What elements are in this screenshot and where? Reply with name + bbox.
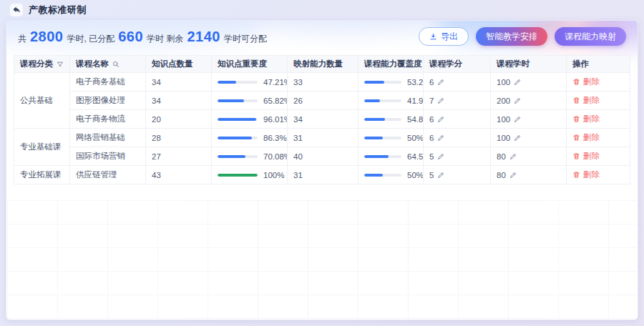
category-cell: 专业基础课 (14, 129, 70, 166)
delete-button[interactable]: 删除 (572, 132, 600, 143)
hours-cell: 200 (491, 92, 567, 110)
delete-button[interactable]: 删除 (572, 76, 600, 87)
coverage-value: 64.52% (407, 152, 424, 161)
remaining-hours-value: 2140 (187, 29, 220, 45)
edit-hours-icon[interactable] (509, 152, 517, 160)
importance-progress: 47.21% (218, 78, 281, 87)
importance-progress: 86.3% (218, 134, 281, 142)
coverage-value: 50% (407, 171, 424, 179)
credits-cell: 5 (424, 147, 491, 166)
credits-cell: 7 (424, 92, 491, 110)
capability-map-button[interactable]: 课程能力映射 (555, 27, 626, 46)
delete-label: 删除 (583, 169, 600, 180)
knowledge-count-cell: 28 (146, 129, 212, 147)
knowledge-count-cell: 27 (146, 147, 212, 166)
table-row: 公共基础电子商务基础3447.21%3353.23%6100删除 (14, 73, 630, 92)
knowledge-count-cell: 34 (146, 92, 212, 110)
col-course-name: 课程名称 (70, 56, 146, 73)
hours-value: 80 (497, 152, 506, 161)
edit-credits-icon[interactable] (437, 134, 445, 142)
actions-cell: 删除 (567, 166, 630, 184)
credits-cell: 6 (424, 110, 491, 129)
edit-hours-icon[interactable] (514, 115, 522, 123)
course-name: 图形图像处理 (76, 96, 125, 104)
table-row: 电子商务物流2096.01%3454.84%6100删除 (14, 110, 630, 129)
back-icon[interactable] (10, 4, 23, 16)
credits-value: 6 (429, 78, 434, 87)
table-header-row: 课程分类 课程名称 知识点数量 知识点重要度 映射能力数量 (14, 56, 630, 73)
progress-fill (218, 81, 236, 84)
export-button[interactable]: 导出 (419, 27, 469, 46)
edit-credits-icon[interactable] (437, 97, 445, 104)
importance-value: 96.01% (263, 115, 288, 124)
progress-track (364, 81, 401, 84)
edit-credits-icon[interactable] (437, 171, 445, 179)
search-icon[interactable] (112, 61, 119, 68)
importance-cell: 70.08% (212, 147, 288, 166)
actions-cell: 删除 (567, 92, 630, 110)
empty-grid-area (7, 199, 637, 319)
edit-hours-icon[interactable] (514, 78, 522, 86)
stats-text: 学时, 已分配 (67, 33, 115, 45)
stats-toolbar-row: 共 2800 学时, 已分配 660 学时 剩余 2140 学时可分配 导出 智… (6, 21, 638, 51)
download-icon (429, 33, 437, 41)
edit-hours-icon[interactable] (514, 134, 522, 142)
table-row: 专业基础课网络营销基础2886.3%3150%6100删除 (14, 129, 630, 147)
filter-icon[interactable] (57, 61, 64, 68)
progress-fill (364, 137, 383, 139)
course-name-cell: 电子商务基础 (70, 73, 146, 92)
table-row: 国际市场营销2770.08%4064.52%580删除 (14, 147, 630, 166)
ability-count-cell: 34 (288, 110, 358, 129)
coverage-progress: 64.52% (364, 152, 417, 161)
hours-cell: 100 (491, 73, 567, 92)
credits-cell: 5 (424, 166, 491, 184)
importance-value: 100% (263, 171, 284, 179)
delete-label: 删除 (583, 151, 600, 162)
delete-button[interactable]: 删除 (572, 151, 600, 162)
progress-fill (218, 118, 256, 121)
category-label: 专业基础课 (20, 142, 62, 151)
importance-progress: 65.82% (218, 97, 281, 105)
delete-button[interactable]: 删除 (572, 95, 600, 106)
edit-hours-icon[interactable] (509, 171, 517, 179)
edit-hours-icon[interactable] (514, 97, 522, 104)
importance-value: 65.82% (263, 97, 288, 105)
importance-value: 70.08% (263, 152, 288, 161)
page-title: 产教标准研制 (29, 4, 87, 16)
importance-progress: 70.08% (218, 152, 281, 161)
coverage-progress: 41.94% (364, 97, 417, 105)
hours-value: 200 (497, 97, 510, 105)
course-name-cell: 供应链管理 (70, 166, 146, 184)
course-table: 课程分类 课程名称 知识点数量 知识点重要度 映射能力数量 (14, 55, 630, 184)
stats-text: 学时可分配 (224, 33, 267, 45)
progress-fill (218, 99, 244, 102)
hours-summary: 共 2800 学时, 已分配 660 学时 剩余 2140 学时可分配 (18, 29, 267, 45)
coverage-cell: 50% (358, 166, 424, 184)
knowledge-count-cell: 20 (146, 110, 212, 129)
importance-value: 47.21% (263, 78, 288, 87)
progress-track (218, 155, 258, 158)
top-bar: 产教标准研制 (0, 0, 644, 20)
coverage-cell: 54.84% (358, 110, 424, 129)
hours-value: 100 (497, 115, 510, 124)
delete-button[interactable]: 删除 (572, 114, 600, 124)
course-name-cell: 网络营销基础 (70, 129, 146, 147)
edit-credits-icon[interactable] (437, 115, 445, 123)
category-cell: 公共基础 (14, 73, 70, 129)
progress-track (218, 99, 258, 102)
category-label: 专业拓展课 (20, 170, 62, 179)
progress-fill (218, 137, 252, 139)
main-card: 共 2800 学时, 已分配 660 学时 剩余 2140 学时可分配 导出 智… (6, 20, 638, 320)
importance-cell: 96.01% (212, 110, 288, 129)
importance-cell: 47.21% (212, 73, 288, 92)
credits-value: 6 (429, 115, 434, 124)
stats-text: 共 (18, 33, 26, 45)
progress-track (364, 137, 401, 139)
importance-progress: 100% (218, 171, 281, 179)
edit-credits-icon[interactable] (437, 152, 445, 160)
importance-cell: 65.82% (212, 92, 288, 110)
edit-credits-icon[interactable] (437, 78, 445, 86)
coverage-progress: 54.84% (364, 115, 417, 124)
delete-button[interactable]: 删除 (572, 169, 600, 180)
smart-schedule-button[interactable]: 智能教学安排 (476, 27, 547, 46)
